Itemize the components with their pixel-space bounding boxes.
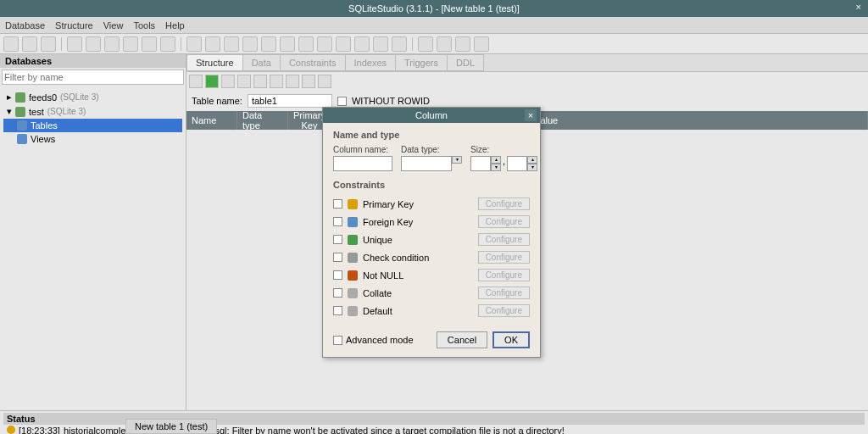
- unique-label: Unique: [363, 235, 392, 245]
- move-up-icon[interactable]: [286, 75, 299, 88]
- tool-icon[interactable]: [317, 36, 332, 52]
- constraint-collate: Collate Configure: [333, 284, 530, 302]
- tool-icon[interactable]: [160, 36, 175, 52]
- chevron-down-icon[interactable]: ▾: [452, 156, 462, 164]
- configure-button[interactable]: Configure: [478, 233, 530, 246]
- table-name-input[interactable]: [248, 94, 332, 108]
- tab-data[interactable]: Data: [242, 54, 281, 71]
- column-name-label: Column name:: [333, 145, 392, 154]
- edit-column-icon[interactable]: [253, 75, 267, 88]
- configure-button[interactable]: Configure: [478, 304, 530, 317]
- tab-triggers[interactable]: Triggers: [395, 54, 448, 71]
- dialog-title: Column: [415, 110, 448, 120]
- tool-icon[interactable]: [86, 36, 101, 52]
- section-name-and-type: Name and type: [333, 130, 530, 140]
- tool-icon[interactable]: [298, 36, 314, 52]
- fk-checkbox[interactable]: [333, 217, 342, 226]
- tool-icon[interactable]: [280, 36, 295, 52]
- tree-item-tables[interactable]: Tables: [3, 119, 182, 132]
- tool-icon[interactable]: [373, 36, 388, 52]
- configure-button[interactable]: Configure: [478, 198, 530, 210]
- configure-button[interactable]: Configure: [478, 269, 530, 281]
- tool-icon[interactable]: [22, 36, 37, 52]
- collate-checkbox[interactable]: [333, 288, 342, 298]
- structure-toolbar: [186, 72, 868, 91]
- delete-column-icon[interactable]: [270, 75, 283, 88]
- advanced-checkbox[interactable]: [333, 336, 342, 345]
- configure-button[interactable]: Configure: [478, 215, 530, 228]
- tool-icon[interactable]: [67, 36, 82, 52]
- configure-button[interactable]: Configure: [478, 251, 530, 264]
- unique-checkbox[interactable]: [333, 235, 342, 244]
- ok-button[interactable]: OK: [492, 331, 530, 348]
- menu-help[interactable]: Help: [165, 20, 185, 31]
- move-down-icon[interactable]: [302, 75, 315, 88]
- tool-icon[interactable]: [336, 36, 351, 52]
- chevron-down-icon[interactable]: ▾: [527, 164, 537, 171]
- tool-icon[interactable]: [455, 36, 470, 52]
- tree-label: Tables: [31, 120, 58, 131]
- tree-item-db-test[interactable]: ▾ test (SQLite 3): [3, 104, 182, 119]
- tab-constraints[interactable]: Constraints: [280, 54, 346, 71]
- tool-icon[interactable]: [205, 36, 220, 52]
- tool-icon[interactable]: [123, 36, 138, 52]
- tool-icon[interactable]: [224, 36, 239, 52]
- cancel-button[interactable]: Cancel: [437, 331, 487, 348]
- chevron-up-icon[interactable]: ▴: [527, 156, 537, 164]
- without-rowid-label: WITHOUT ROWID: [352, 96, 430, 106]
- rollback-icon[interactable]: [221, 75, 235, 88]
- constraint-fk: Foreign Key Configure: [333, 213, 530, 231]
- close-icon[interactable]: ×: [856, 2, 861, 12]
- without-rowid-checkbox[interactable]: [337, 97, 347, 106]
- tool-icon[interactable]: [142, 36, 157, 52]
- size-input-2[interactable]: [507, 156, 527, 171]
- tool-icon[interactable]: [474, 36, 489, 52]
- tables-icon: [17, 120, 27, 131]
- notnull-checkbox[interactable]: [333, 270, 342, 280]
- tool-icon[interactable]: [242, 36, 258, 52]
- tool-icon[interactable]: [186, 36, 202, 52]
- close-icon[interactable]: ×: [525, 109, 537, 121]
- refresh-icon[interactable]: [189, 75, 203, 88]
- tool-icon[interactable]: [104, 36, 120, 52]
- tree-item-views[interactable]: Views: [3, 132, 182, 146]
- pk-checkbox[interactable]: [333, 199, 342, 209]
- default-checkbox[interactable]: [333, 306, 342, 315]
- tab-ddl[interactable]: DDL: [447, 54, 484, 71]
- tool-icon[interactable]: [437, 36, 452, 52]
- data-type-combo[interactable]: [401, 156, 452, 171]
- check-checkbox[interactable]: [333, 253, 342, 262]
- add-column-icon[interactable]: [237, 75, 251, 88]
- tool-icon[interactable]: [392, 36, 407, 52]
- constraint-check: Check condition Configure: [333, 248, 530, 266]
- menu-database[interactable]: Database: [5, 20, 45, 31]
- tab-structure[interactable]: Structure: [186, 54, 243, 71]
- column-name-input[interactable]: [333, 156, 392, 171]
- commit-icon[interactable]: [205, 75, 219, 88]
- chevron-up-icon[interactable]: ▴: [491, 156, 501, 164]
- menu-tools[interactable]: Tools: [133, 20, 155, 31]
- sidebar-filter-input[interactable]: [2, 70, 184, 85]
- tree-item-db-feeds[interactable]: ▸ feeds0 (SQLite 3): [3, 90, 182, 104]
- sidebar: Databases ▸ feeds0 (SQLite 3) ▾ test (SQ…: [0, 54, 186, 410]
- data-type-label: Data type:: [401, 145, 462, 154]
- menu-view[interactable]: View: [103, 20, 124, 31]
- size-input-1[interactable]: [470, 156, 491, 171]
- database-icon: [15, 107, 25, 117]
- constraint-pk: Primary Key Configure: [333, 195, 530, 213]
- tool-icon[interactable]: [3, 36, 19, 52]
- bottom-document-tab[interactable]: New table 1 (test): [125, 419, 217, 434]
- status-time: [18:23:33]: [19, 426, 60, 434]
- tool-icon[interactable]: [418, 36, 433, 52]
- unique-icon: [348, 235, 358, 245]
- comma-label: ,: [503, 156, 505, 171]
- tool-icon[interactable]: [41, 36, 56, 52]
- menu-structure[interactable]: Structure: [55, 20, 93, 31]
- tab-indexes[interactable]: Indexes: [345, 54, 397, 71]
- chevron-down-icon[interactable]: ▾: [491, 164, 501, 171]
- tool-icon[interactable]: [354, 36, 370, 52]
- configure-button[interactable]: Configure: [478, 287, 530, 299]
- tool-icon[interactable]: [261, 36, 276, 52]
- notnull-icon: [348, 270, 358, 281]
- tool-icon[interactable]: [318, 75, 331, 88]
